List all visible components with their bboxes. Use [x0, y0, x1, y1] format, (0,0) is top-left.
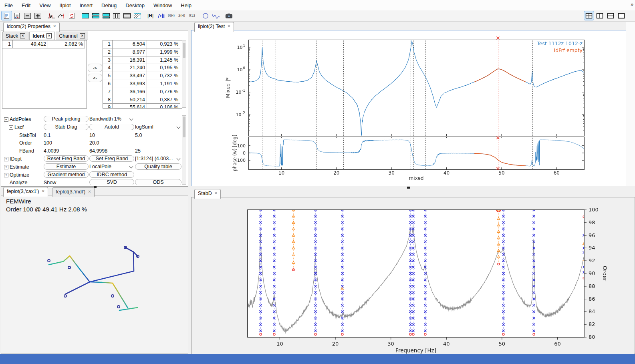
move-left-button[interactable]: <-	[88, 74, 102, 82]
pole-row[interactable]: 421,2400,195 %	[103, 64, 182, 72]
stack-list[interactable]: 149,4122,082 %	[2, 40, 87, 109]
menu-edit[interactable]: Edit	[17, 0, 35, 10]
nyquist-display-button[interactable]	[200, 11, 210, 20]
1-3124-4-003-dropdown[interactable]: [1:3124] (4.003...	[135, 156, 181, 162]
zoom-in-button[interactable]	[33, 11, 43, 20]
tab-feplot-3-mdl[interactable]: feplot(3,'mdl')×	[52, 187, 95, 197]
menu-file[interactable]: File	[0, 0, 17, 10]
pole-row[interactable]: 28,9771,999 %	[103, 48, 182, 56]
autoid-button[interactable]: AutoId	[89, 124, 134, 130]
menu-desktop[interactable]: Desktop	[121, 0, 149, 10]
pole-row[interactable]: 633,9931,191 %	[103, 80, 182, 88]
wireframe-canvas[interactable]	[1, 215, 188, 355]
expand-icon[interactable]: +	[4, 157, 8, 161]
tab-label: feplot(3,'cax1')	[7, 189, 39, 194]
pole-table[interactable]: 16,5040,923 %28,9771,999 %316,3911,245 %…	[103, 40, 182, 109]
tab-idcom-properties[interactable]: idcom(2) Properties ×	[3, 22, 60, 32]
peak-picking-button[interactable]: Peak picking	[44, 116, 89, 122]
pole-row[interactable]: 850,2140,387 %	[103, 96, 182, 104]
subtab-ident[interactable]: Ident×	[29, 32, 55, 40]
stabd-plot-canvas[interactable]	[192, 198, 634, 354]
menu-debug[interactable]: Debug	[97, 0, 121, 10]
iiplot-panel: iiplot(2) Test ×	[191, 22, 626, 186]
gradient-method-button[interactable]: Gradient method	[44, 171, 89, 178]
subtab-stack[interactable]: Stack×	[2, 32, 28, 40]
splitter-handle[interactable]	[407, 187, 410, 189]
ods-button[interactable]: ODS	[135, 179, 181, 185]
pole-row[interactable]: 316,3911,245 %	[103, 56, 182, 64]
curve-properties-button[interactable]	[2, 11, 12, 20]
band-cursor-button[interactable]	[46, 11, 56, 20]
close-icon[interactable]: ×	[215, 191, 217, 196]
layout-grid-button[interactable]	[584, 11, 594, 20]
realimag-display-button[interactable]: 913	[187, 11, 197, 20]
move-right-button[interactable]: ->	[88, 64, 102, 72]
menu-iiplot[interactable]: IIplot	[55, 0, 75, 10]
cell: 1	[103, 40, 113, 48]
properties-scrollbar[interactable]	[182, 115, 186, 185]
close-icon[interactable]: ×	[46, 33, 52, 38]
menu-overflow-icon[interactable]: »	[631, 2, 633, 7]
time-display-button[interactable]	[211, 11, 221, 20]
frf-display-button[interactable]	[156, 11, 166, 20]
vertical-panes-button[interactable]	[111, 11, 121, 20]
idrc-method-button[interactable]: IDRC method	[89, 171, 134, 178]
localpole-dropdown[interactable]: LocalPole	[89, 164, 134, 170]
iiplot-content	[191, 30, 626, 186]
collapse-icon[interactable]: −	[4, 117, 8, 122]
cell: 0,195 %	[147, 64, 180, 72]
quality-table-button[interactable]: Quality table	[135, 163, 181, 170]
pole-row[interactable]: 955,6140,106 %	[103, 104, 182, 109]
expand-icon[interactable]: +	[4, 173, 8, 177]
stab-diag-button[interactable]: Stab Diag	[44, 124, 89, 130]
pole-row[interactable]: 736,1660,776 %	[103, 88, 182, 96]
frf-plot-canvas[interactable]	[192, 31, 626, 186]
phase-display-button[interactable]: 9(H)	[166, 11, 176, 20]
layout-single-button[interactable]	[617, 11, 626, 20]
snapshot-button[interactable]	[224, 11, 234, 20]
pole-table-scrollbar[interactable]	[182, 40, 186, 108]
stack-row[interactable]: 149,4122,082 %	[2, 40, 87, 48]
pole-row[interactable]: 16,5040,923 %	[103, 40, 182, 48]
logsumi-dropdown[interactable]: logSumI	[135, 124, 181, 131]
svd-button[interactable]: SVD	[89, 179, 134, 185]
horizontal-panes-button[interactable]	[122, 11, 132, 20]
menu-insert[interactable]: Insert	[75, 0, 97, 10]
close-icon[interactable]: ×	[228, 24, 230, 29]
layout-vsplit-button[interactable]	[595, 11, 605, 20]
zoom-out-button[interactable]	[22, 11, 32, 20]
tab-iiplot-test[interactable]: iiplot(2) Test ×	[194, 22, 234, 32]
refresh-button[interactable]	[67, 11, 77, 20]
splitter-handle[interactable]	[94, 186, 97, 188]
bandwidth-1-dropdown[interactable]: Bandwidth 1%	[89, 116, 134, 123]
waterfall-view-button[interactable]	[132, 11, 142, 20]
close-icon[interactable]: ×	[42, 189, 44, 194]
cell: 0,732 %	[147, 72, 180, 80]
reset-freq-band-button[interactable]: Reset Freq Band	[44, 155, 89, 162]
menu-view[interactable]: View	[35, 0, 55, 10]
estimate-button[interactable]: Estimate	[44, 163, 89, 170]
set-freq-band-button[interactable]: Set Freq Band	[89, 155, 134, 162]
pole-row[interactable]: 533,4970,732 %	[103, 72, 182, 80]
tab-feplot-3-cax1[interactable]: feplot(3,'cax1')×	[3, 187, 48, 197]
abs-display-button[interactable]: |H|	[145, 11, 155, 20]
expand-icon[interactable]: +	[4, 165, 8, 169]
close-icon[interactable]: ×	[20, 33, 25, 38]
menu-window[interactable]: Window	[149, 0, 176, 10]
subtab-channel[interactable]: Channel×	[56, 32, 88, 40]
single-axes-button[interactable]	[80, 11, 90, 20]
layout-hsplit-button[interactable]	[606, 11, 615, 20]
tab-stabd[interactable]: StabD ×	[194, 189, 221, 199]
close-icon[interactable]: ×	[88, 189, 91, 194]
channel-properties-button[interactable]	[12, 11, 22, 20]
imag-display-button[interactable]: 3(H)	[177, 11, 187, 20]
close-icon[interactable]: ×	[53, 24, 56, 29]
stacked-axes-button[interactable]	[91, 11, 101, 20]
mode-info: Order 100 @ 49.41 Hz 2.08 %	[6, 206, 87, 213]
close-icon[interactable]: ×	[80, 33, 85, 38]
prop-label-analyze: Analyze	[10, 180, 27, 185]
pole-cursor-button[interactable]	[56, 11, 67, 20]
split-axes-button[interactable]	[101, 11, 111, 20]
collapse-icon[interactable]: −	[9, 125, 13, 130]
menu-help[interactable]: Help	[176, 0, 196, 10]
